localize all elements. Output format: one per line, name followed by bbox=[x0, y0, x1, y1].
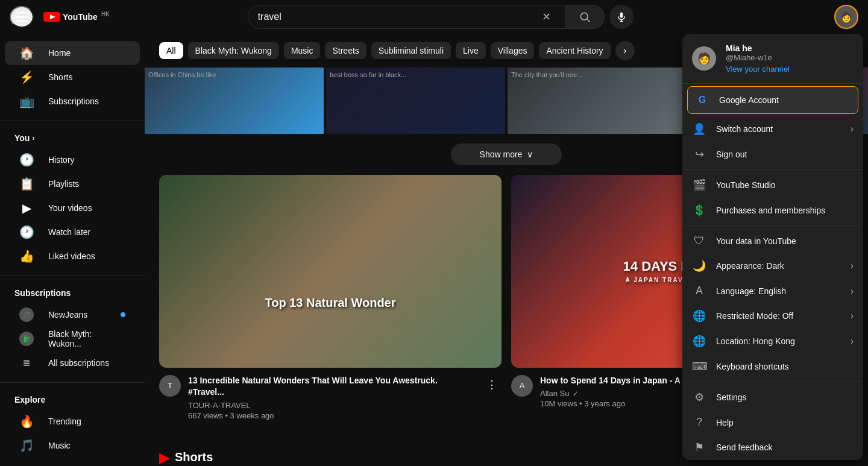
language-icon: A bbox=[692, 285, 706, 297]
dropdown-user-info: Mia he @Miahe-w1e View your channel bbox=[726, 43, 854, 74]
dropdown-your-data-label: Your data in YouTube bbox=[716, 236, 854, 246]
your-data-icon: 🛡 bbox=[692, 235, 706, 247]
keyboard-icon: ⌨ bbox=[692, 360, 706, 373]
dropdown-help-label: Help bbox=[716, 418, 854, 427]
dropdown-switch-account[interactable]: 👤 Switch account › bbox=[682, 116, 863, 142]
dropdown-sign-out[interactable]: ↪ Sign out bbox=[682, 142, 863, 167]
purchases-icon: 💲 bbox=[692, 204, 706, 217]
dropdown-keyboard-shortcuts[interactable]: ⌨ Keyboard shortcuts bbox=[682, 354, 863, 379]
dropdown-location[interactable]: 🌐 Location: Hong Kong › bbox=[682, 329, 863, 354]
appearance-chevron: › bbox=[851, 260, 854, 271]
dropdown-google-account-label: Google Account bbox=[719, 95, 851, 105]
dropdown-help[interactable]: ? Help bbox=[682, 410, 863, 435]
dropdown-youtube-studio[interactable]: 🎬 YouTube Studio bbox=[682, 172, 863, 198]
dropdown-view-channel[interactable]: View your channel bbox=[726, 65, 854, 74]
switch-account-icon: 👤 bbox=[692, 122, 706, 136]
dropdown-purchases-label: Purchases and memberships bbox=[716, 206, 854, 215]
language-chevron: › bbox=[851, 286, 854, 297]
dropdown-appearance[interactable]: 🌙 Appearance: Dark › bbox=[682, 253, 863, 279]
settings-icon: ⚙ bbox=[692, 391, 706, 404]
dropdown-user-section: 🧑 Mia he @Miahe-w1e View your channel bbox=[682, 34, 863, 84]
sign-out-icon: ↪ bbox=[692, 148, 706, 161]
dropdown-youtube-studio-label: YouTube Studio bbox=[716, 180, 854, 190]
dropdown-settings[interactable]: ⚙ Settings bbox=[682, 385, 863, 410]
google-icon: G bbox=[695, 93, 709, 107]
dropdown-overlay[interactable]: 🧑 Mia he @Miahe-w1e View your channel G … bbox=[0, 0, 868, 466]
dropdown-purchases[interactable]: 💲 Purchases and memberships bbox=[682, 198, 863, 223]
dropdown-menu: 🧑 Mia he @Miahe-w1e View your channel G … bbox=[682, 34, 863, 460]
dropdown-divider-1 bbox=[682, 169, 863, 170]
dropdown-send-feedback-label: Send feedback bbox=[716, 442, 854, 452]
dropdown-sign-out-label: Sign out bbox=[716, 150, 854, 159]
help-icon: ? bbox=[692, 416, 706, 429]
switch-account-chevron: › bbox=[851, 124, 854, 134]
youtube-studio-icon: 🎬 bbox=[692, 178, 706, 192]
dropdown-your-data[interactable]: 🛡 Your data in YouTube bbox=[682, 228, 863, 253]
dropdown-language[interactable]: A Language: English › bbox=[682, 279, 863, 303]
dropdown-send-feedback[interactable]: ⚑ Send feedback bbox=[682, 435, 863, 460]
appearance-icon: 🌙 bbox=[692, 259, 706, 272]
dropdown-user-avatar: 🧑 bbox=[692, 46, 716, 71]
location-icon: 🌐 bbox=[692, 335, 706, 348]
restricted-mode-icon: 🌐 bbox=[692, 309, 706, 323]
dropdown-language-label: Language: English bbox=[716, 286, 841, 296]
dropdown-username: Mia he bbox=[726, 43, 854, 53]
dropdown-divider-2 bbox=[682, 225, 863, 226]
send-feedback-icon: ⚑ bbox=[692, 441, 706, 454]
restricted-mode-chevron: › bbox=[851, 310, 854, 321]
dropdown-switch-account-label: Switch account bbox=[716, 124, 841, 134]
dropdown-settings-label: Settings bbox=[716, 392, 854, 402]
dropdown-google-account[interactable]: G Google Account bbox=[687, 86, 858, 114]
dropdown-restricted-mode[interactable]: 🌐 Restricted Mode: Off › bbox=[682, 303, 863, 329]
dropdown-keyboard-shortcuts-label: Keyboard shortcuts bbox=[716, 362, 854, 371]
location-chevron: › bbox=[851, 336, 854, 347]
dropdown-appearance-label: Appearance: Dark bbox=[716, 261, 841, 271]
dropdown-divider-3 bbox=[682, 382, 863, 382]
dropdown-restricted-mode-label: Restricted Mode: Off bbox=[716, 311, 841, 321]
dropdown-handle: @Miahe-w1e bbox=[726, 53, 854, 62]
dropdown-location-label: Location: Hong Kong bbox=[716, 336, 841, 346]
